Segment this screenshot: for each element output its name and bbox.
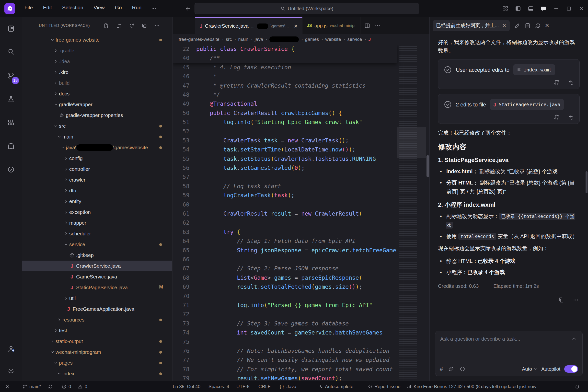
code-line-64[interactable]: 64 // Step 1: Fetch data from Epic API bbox=[173, 236, 397, 246]
extensions-activity-icon[interactable] bbox=[0, 113, 22, 132]
menu-more-icon[interactable] bbox=[148, 3, 159, 14]
tree-item-gameservice.java[interactable]: JGameService.java bbox=[22, 271, 172, 282]
code-line-54[interactable]: 54 task.setStartTime(LocalDateTime.now()… bbox=[173, 145, 397, 154]
code-line-53[interactable]: 53 CrawlerTask task = new CrawlerTask(); bbox=[173, 136, 397, 145]
chat-input-box[interactable]: Ask a question or describe a task... # A… bbox=[435, 331, 582, 376]
tree-item-java-games-website[interactable]: java\\games\website bbox=[22, 142, 172, 153]
tree-item-exception[interactable]: exception bbox=[22, 207, 172, 218]
autopilot-toggle[interactable] bbox=[564, 365, 578, 373]
editor-scrollbar-thumb[interactable] bbox=[426, 155, 429, 177]
tree-item-gradle-wrapper.properties[interactable]: gradle-wrapper.properties bbox=[22, 110, 172, 121]
search-activity-icon[interactable] bbox=[0, 42, 22, 61]
code-line-52[interactable]: 52 bbox=[173, 127, 397, 136]
collapse-folders-icon[interactable] bbox=[140, 21, 149, 30]
code-line-60[interactable]: 60 bbox=[173, 200, 397, 209]
code-line-55[interactable]: 55 task.setStatus(CrawlerTask.TaskStatus… bbox=[173, 154, 397, 164]
undo-edits-icon[interactable] bbox=[568, 79, 574, 86]
tree-item-.gradle[interactable]: .gradle bbox=[22, 45, 172, 56]
tree-item-wechat-miniprogram[interactable]: wechat-miniprogram bbox=[22, 347, 172, 358]
new-file-icon[interactable] bbox=[102, 21, 111, 30]
tree-item-static-output[interactable]: static-output bbox=[22, 336, 172, 347]
tree-item-controller[interactable]: controller bbox=[22, 164, 172, 174]
tree-item-crawler[interactable]: crawler bbox=[22, 174, 172, 185]
window-close-icon[interactable] bbox=[575, 0, 588, 17]
tree-item-dto[interactable]: dto bbox=[22, 185, 172, 196]
explorer-activity-icon[interactable] bbox=[0, 19, 22, 38]
errors-status[interactable]: 0 bbox=[62, 381, 71, 392]
toggle-panel-icon[interactable] bbox=[524, 0, 537, 17]
code-line-68[interactable]: 68 List<Game> games = parseEpicResponse( bbox=[173, 273, 397, 282]
copy-response-icon[interactable] bbox=[558, 297, 564, 303]
split-editor-icon[interactable] bbox=[364, 23, 370, 29]
customize-layout-icon[interactable] bbox=[499, 0, 512, 17]
menu-edit[interactable]: Edit bbox=[40, 3, 55, 14]
code-line-61[interactable]: 61 CrawlerResult result = new CrawlerRes… bbox=[173, 209, 397, 218]
warnings-status[interactable]: 0 bbox=[78, 381, 87, 392]
response-more-icon[interactable] bbox=[573, 297, 579, 303]
workspace-search-input[interactable]: Untitled (Workspace) bbox=[194, 3, 419, 14]
code-line-75[interactable]: 75 bbox=[173, 338, 397, 346]
code-lines[interactable]: 45 * 4. Log task execution46 *47 * @retu… bbox=[173, 63, 397, 381]
minimap[interactable] bbox=[397, 44, 426, 381]
chat-session-close-icon[interactable]: ✕ bbox=[502, 23, 506, 28]
tree-item-scheduler[interactable]: scheduler bbox=[22, 228, 172, 239]
file-chip[interactable]: JStaticPageService.java bbox=[490, 99, 564, 110]
report-issue-status[interactable]: Report issue bbox=[368, 381, 400, 392]
code-line-40[interactable]: 40 /** bbox=[173, 54, 397, 63]
tree-item-resources[interactable]: resources bbox=[22, 314, 172, 325]
toggle-chat-icon[interactable] bbox=[537, 0, 550, 17]
code-line-63[interactable]: 63 try { bbox=[173, 228, 397, 236]
minimap-slider[interactable] bbox=[397, 127, 426, 158]
tree-item-.kiro[interactable]: .kiro bbox=[22, 67, 172, 78]
sticky-scroll[interactable]: 22public class CrawlerService {40 /** bbox=[173, 44, 397, 63]
code-line-71[interactable]: 71 log.info("Parsed {} games from Epic A… bbox=[173, 301, 397, 310]
remote-icon[interactable] bbox=[5, 381, 10, 392]
chat-history-icon[interactable] bbox=[535, 22, 541, 29]
code-editor[interactable]: 22public class CrawlerService {40 /** 45… bbox=[173, 44, 430, 381]
task-list-icon[interactable] bbox=[524, 22, 531, 29]
cursor-position-status[interactable]: Ln 35, Col 40 bbox=[173, 381, 200, 392]
breadcrumb-item[interactable]: src bbox=[226, 37, 232, 42]
mode-select[interactable]: Auto bbox=[522, 366, 537, 372]
mcp-circle-icon[interactable] bbox=[460, 366, 466, 372]
window-minimize-icon[interactable] bbox=[550, 0, 562, 17]
kiro-bonus-status[interactable]: Kiro Free Bonus 127.42 / 500 (8 days lef… bbox=[407, 381, 536, 392]
code-line-78[interactable]: 78 // For simplicity, we report total sa… bbox=[173, 365, 397, 374]
code-line-74[interactable]: 74 int savedCount = gameService.batchSav… bbox=[173, 328, 397, 337]
menu-selection[interactable]: Selection bbox=[59, 3, 86, 14]
tree-item-staticpageservice.java[interactable]: JStaticPageService.javaM bbox=[22, 282, 172, 293]
settings-gear-icon[interactable] bbox=[0, 362, 22, 381]
breadcrumb-item[interactable]: service bbox=[347, 37, 362, 42]
tree-item-free-games-website[interactable]: free-games-website bbox=[22, 34, 172, 45]
code-line-72[interactable]: 72 bbox=[173, 310, 397, 319]
code-line-50[interactable]: 50 public CrawlerResult crawlEpicGames()… bbox=[173, 109, 397, 118]
test-flask-activity-icon[interactable] bbox=[0, 90, 22, 109]
tree-item-.idea[interactable]: .idea bbox=[22, 56, 172, 67]
code-line-77[interactable]: 77 // We can't easily distinguish new vs… bbox=[173, 356, 397, 364]
encoding-status[interactable]: UTF-8 bbox=[236, 381, 250, 392]
code-line-58[interactable]: 58 // Log task start bbox=[173, 182, 397, 191]
eol-status[interactable]: CRLF bbox=[258, 381, 271, 392]
language-status[interactable]: {} Java bbox=[279, 381, 296, 392]
code-line-70[interactable]: 70 bbox=[173, 292, 397, 301]
sync-icon[interactable] bbox=[48, 381, 53, 392]
attach-file-icon[interactable] bbox=[448, 366, 454, 372]
agent-status-activity-icon[interactable] bbox=[0, 160, 22, 179]
code-line-22[interactable]: 22public class CrawlerService { bbox=[173, 44, 397, 54]
editor-more-icon[interactable] bbox=[375, 23, 380, 29]
tree-item-service[interactable]: service bbox=[22, 239, 172, 250]
tree-item-docs[interactable]: docs bbox=[22, 88, 172, 99]
code-line-69[interactable]: 69 result.setTotalFetched(games.size()); bbox=[173, 282, 397, 292]
code-line-59[interactable]: 59 logCrawlerTask(task); bbox=[173, 191, 397, 200]
code-line-48[interactable]: 48 */ bbox=[173, 90, 397, 99]
code-line-76[interactable]: 76 // Note: batchSaveGames handles dedup… bbox=[173, 346, 397, 356]
view-diff-icon[interactable] bbox=[554, 114, 560, 120]
code-line-79[interactable]: 79 result.setNewGames(savedCount); bbox=[173, 374, 397, 381]
new-chat-icon[interactable] bbox=[514, 22, 520, 29]
menu-run[interactable]: Run bbox=[129, 3, 145, 14]
menu-file[interactable]: File bbox=[21, 3, 36, 14]
code-line-46[interactable]: 46 * bbox=[173, 72, 397, 81]
tree-item-freegamesapplication.java[interactable]: JFreeGamesApplication.java bbox=[22, 304, 172, 314]
tree-item-gradle-wrapper[interactable]: gradle\wrapper bbox=[22, 99, 172, 110]
send-message-icon[interactable] bbox=[569, 334, 579, 344]
